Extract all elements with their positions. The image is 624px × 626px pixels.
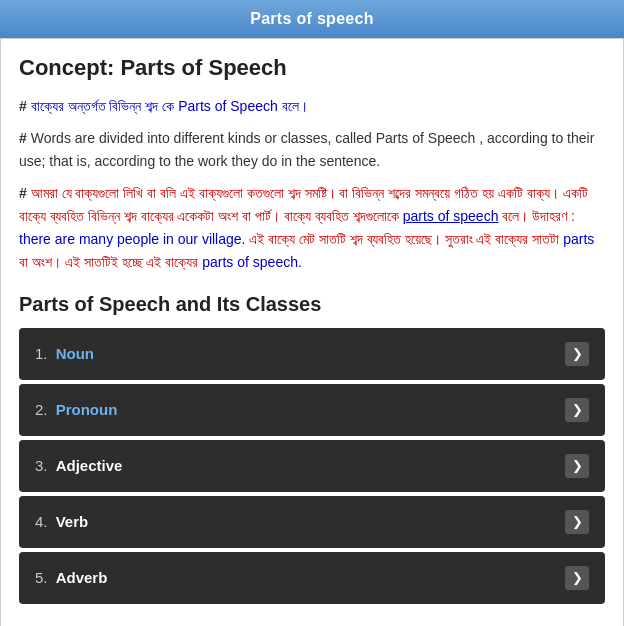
speech-item-adverb-label: 5. Adverb (35, 569, 107, 586)
para3-bengali-2: বলে। উদাহরণ : (502, 208, 575, 224)
hash-2: # (19, 130, 27, 146)
concept-title: Concept: Parts of Speech (19, 55, 605, 81)
speech-item-verb[interactable]: 4. Verb ❯ (19, 496, 605, 548)
para3-bengali-4: বা অংশ। এই সাতটিই হচ্ছে এই বাক্যের (19, 254, 198, 270)
para3-pos-end: parts of speech. (202, 254, 302, 270)
speech-item-verb-label: 4. Verb (35, 513, 88, 530)
speech-item-adjective[interactable]: 3. Adjective ❯ (19, 440, 605, 492)
header-title: Parts of speech (250, 10, 374, 27)
speech-item-pronoun[interactable]: 2. Pronoun ❯ (19, 384, 605, 436)
verb-chevron: ❯ (565, 510, 589, 534)
para3-parts-of-speech: parts of speech (403, 208, 499, 224)
adverb-chevron: ❯ (565, 566, 589, 590)
para1-bengali: বাক্যের অন্তর্গত বিভিন্ন শব্দ কে Parts o… (27, 98, 308, 114)
noun-chevron: ❯ (565, 342, 589, 366)
para3-example: there are many people in our village. (19, 231, 245, 247)
speech-item-adjective-label: 3. Adjective (35, 457, 122, 474)
speech-item-adverb[interactable]: 5. Adverb ❯ (19, 552, 605, 604)
para2-text: Words are divided into different kinds o… (19, 130, 594, 168)
paragraph-2: # Words are divided into different kinds… (19, 127, 605, 172)
hash-1: # (19, 98, 27, 114)
content-area: Concept: Parts of Speech # বাক্যের অন্তর… (0, 38, 624, 626)
speech-item-noun[interactable]: 1. Noun ❯ (19, 328, 605, 380)
app-header: Parts of speech (0, 0, 624, 38)
speech-item-pronoun-label: 2. Pronoun (35, 401, 117, 418)
speech-item-noun-label: 1. Noun (35, 345, 94, 362)
para3-bengali-3: এই বাক্যে মেট সাতটি শব্দ ব্যবহিত হয়েছে।… (249, 231, 559, 247)
para3-parts: parts (563, 231, 594, 247)
paragraph-1: # বাক্যের অন্তর্গত বিভিন্ন শব্দ কে Parts… (19, 95, 605, 117)
hash-3: # (19, 185, 27, 201)
section-title: Parts of Speech and Its Classes (19, 293, 605, 316)
pronoun-chevron: ❯ (565, 398, 589, 422)
paragraph-3: # আমরা যে বাক্যগুলো লিখি বা বলি এই বাক্য… (19, 182, 605, 274)
adjective-chevron: ❯ (565, 454, 589, 478)
speech-list: 1. Noun ❯ 2. Pronoun ❯ 3. Adjective ❯ 4.… (19, 328, 605, 604)
